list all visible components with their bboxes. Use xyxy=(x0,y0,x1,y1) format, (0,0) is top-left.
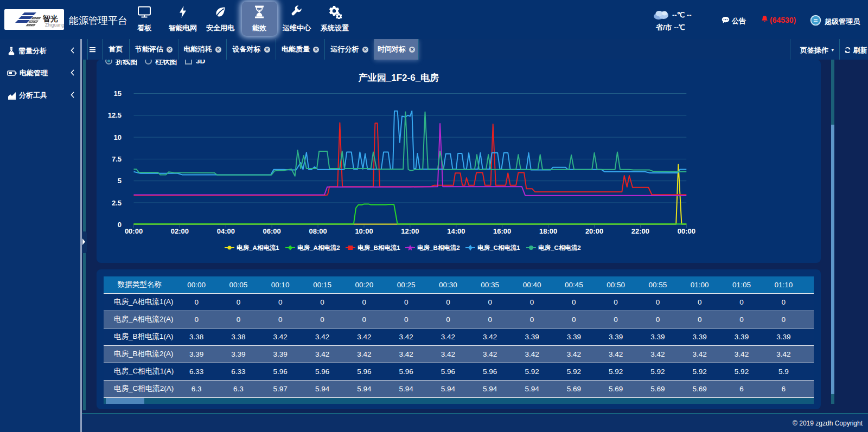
svg-text:2.5: 2.5 xyxy=(112,199,122,207)
svg-text:04:00: 04:00 xyxy=(217,227,235,235)
svg-text:06:00: 06:00 xyxy=(263,227,281,235)
svg-text:5: 5 xyxy=(118,177,122,185)
svg-text:22:00: 22:00 xyxy=(631,227,649,235)
svg-text:12:00: 12:00 xyxy=(401,227,419,235)
svg-text:12.5: 12.5 xyxy=(108,111,122,119)
svg-text:00:00: 00:00 xyxy=(125,227,143,235)
svg-text:15: 15 xyxy=(114,89,122,98)
svg-text:14:00: 14:00 xyxy=(447,227,465,235)
svg-text:10: 10 xyxy=(114,133,122,141)
svg-text:08:00: 08:00 xyxy=(309,227,327,235)
svg-text:智光: 智光 xyxy=(42,14,58,23)
svg-text:0: 0 xyxy=(118,221,122,229)
svg-text:20:00: 20:00 xyxy=(585,227,603,235)
svg-text:7.5: 7.5 xyxy=(112,155,122,163)
svg-text:18:00: 18:00 xyxy=(539,227,557,235)
svg-text:02:00: 02:00 xyxy=(171,227,189,235)
svg-text:16:00: 16:00 xyxy=(493,227,511,235)
svg-text:10:00: 10:00 xyxy=(355,227,373,235)
svg-text:00:00: 00:00 xyxy=(678,227,695,235)
svg-text:Zhiguang: Zhiguang xyxy=(45,22,64,28)
